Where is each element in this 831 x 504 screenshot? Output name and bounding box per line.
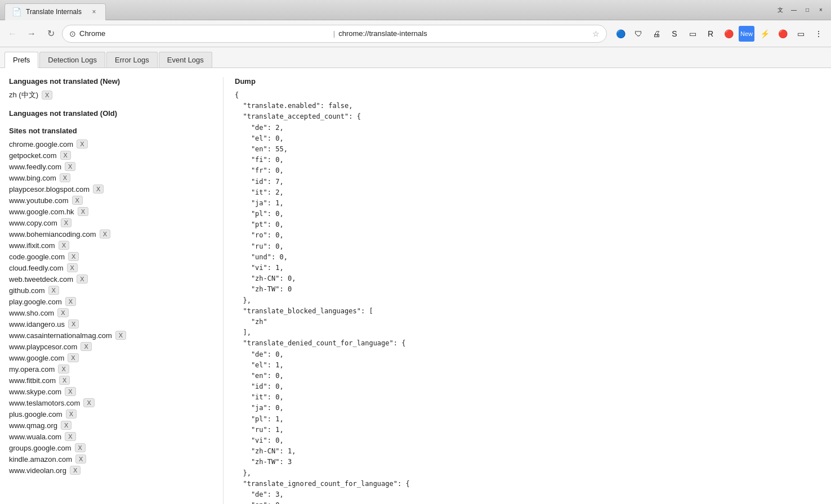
tab-event-logs[interactable]: Event Logs bbox=[159, 52, 212, 68]
extension-icon-7[interactable]: 🔴 bbox=[721, 26, 736, 42]
extension-icon-10[interactable]: 🔴 bbox=[775, 26, 790, 42]
site-name: getpocket.com bbox=[9, 151, 57, 160]
remove-site-button[interactable]: X bbox=[48, 286, 59, 295]
remove-site-button[interactable]: X bbox=[57, 308, 68, 317]
remove-site-button[interactable]: X bbox=[60, 173, 70, 182]
site-name: code.google.com bbox=[9, 253, 65, 261]
list-item: github.comX bbox=[9, 286, 212, 295]
list-item: www.bing.comX bbox=[9, 173, 212, 182]
lang-text-zh: zh (中文) bbox=[9, 90, 38, 100]
list-item: getpocket.comX bbox=[9, 151, 212, 160]
remove-site-button[interactable]: X bbox=[68, 320, 79, 328]
lang-item-zh: zh (中文) X bbox=[9, 90, 212, 100]
address-prefix: Chrome bbox=[79, 29, 330, 38]
refresh-button[interactable]: ↻ bbox=[43, 26, 59, 42]
remove-site-button[interactable]: X bbox=[70, 466, 81, 475]
site-name: plus.google.com bbox=[9, 410, 62, 418]
address-separator: | bbox=[333, 29, 335, 38]
address-url: chrome://translate-internals bbox=[338, 29, 589, 38]
extension-icon-3[interactable]: 🖨 bbox=[649, 26, 664, 42]
section-old-languages-title: Languages not translated (Old) bbox=[9, 109, 212, 118]
tab-detection-logs[interactable]: Detection Logs bbox=[39, 52, 105, 68]
bookmark-icon[interactable]: ☆ bbox=[592, 29, 600, 38]
menu-button[interactable]: ⋮ bbox=[811, 26, 826, 42]
site-name: www.google.com bbox=[9, 354, 64, 362]
site-name: www.playpcesor.com bbox=[9, 343, 77, 351]
list-item: www.casainternationalmag.comX bbox=[9, 331, 212, 340]
extension-icon-1[interactable]: 🔵 bbox=[613, 26, 628, 42]
tab-error-logs[interactable]: Error Logs bbox=[106, 52, 158, 68]
list-item: cloud.feedly.comX bbox=[9, 263, 212, 272]
site-name: www.bohemiancoding.com bbox=[9, 230, 96, 238]
tab-close-button[interactable]: × bbox=[90, 7, 99, 16]
remove-site-button[interactable]: X bbox=[65, 297, 76, 306]
site-name: kindle.amazon.com bbox=[9, 455, 72, 464]
remove-site-button[interactable]: X bbox=[59, 376, 70, 385]
extension-icon-2[interactable]: 🛡 bbox=[631, 26, 646, 42]
tab-prefs[interactable]: Prefs bbox=[5, 52, 38, 68]
extension-icon-8[interactable]: New bbox=[739, 26, 754, 42]
main-layout: Languages not translated (New) zh (中文) X… bbox=[0, 68, 831, 504]
remove-site-button[interactable]: X bbox=[60, 151, 71, 160]
page-content: Prefs Detection Logs Error Logs Event Lo… bbox=[0, 47, 831, 504]
chinese-icon[interactable]: 文 bbox=[775, 4, 786, 16]
remove-site-button[interactable]: X bbox=[65, 432, 75, 441]
remove-site-button[interactable]: X bbox=[78, 207, 88, 216]
remove-site-button[interactable]: X bbox=[77, 274, 87, 284]
list-item: www.skype.comX bbox=[9, 387, 212, 396]
remove-lang-zh-button[interactable]: X bbox=[42, 91, 52, 100]
remove-site-button[interactable]: X bbox=[75, 443, 86, 452]
remove-site-button[interactable]: X bbox=[115, 331, 126, 340]
extension-icon-5[interactable]: ▭ bbox=[685, 26, 700, 42]
site-name: play.google.com bbox=[9, 298, 62, 306]
list-item: www.bohemiancoding.comX bbox=[9, 230, 212, 238]
tab-favicon-icon: 📄 bbox=[12, 7, 21, 16]
remove-site-button[interactable]: X bbox=[66, 410, 77, 418]
list-item: www.sho.comX bbox=[9, 308, 212, 317]
remove-site-button[interactable]: X bbox=[58, 364, 69, 374]
remove-site-button[interactable]: X bbox=[75, 454, 86, 464]
remove-site-button[interactable]: X bbox=[77, 140, 87, 148]
remove-site-button[interactable]: X bbox=[61, 421, 72, 430]
remove-site-button[interactable]: X bbox=[100, 230, 110, 238]
list-item: my.opera.comX bbox=[9, 364, 212, 374]
extension-icon-6[interactable]: R bbox=[703, 26, 718, 42]
remove-site-button[interactable]: X bbox=[61, 218, 72, 227]
extension-icon-9[interactable]: ⚡ bbox=[757, 26, 772, 42]
forward-button[interactable]: → bbox=[24, 26, 39, 42]
close-button[interactable]: × bbox=[815, 4, 826, 16]
remove-site-button[interactable]: X bbox=[83, 398, 94, 407]
remove-site-button[interactable]: X bbox=[68, 252, 79, 261]
remove-site-button[interactable]: X bbox=[65, 162, 75, 171]
remove-site-button[interactable]: X bbox=[93, 184, 104, 194]
site-name: www.bing.com bbox=[9, 174, 56, 182]
extension-icon-4[interactable]: S bbox=[667, 26, 682, 42]
list-item: www.videolan.orgX bbox=[9, 466, 212, 475]
site-name: www.copy.com bbox=[9, 219, 57, 227]
site-name: github.com bbox=[9, 286, 45, 295]
titlebar: 📄 Translate Internals × 文 — □ × bbox=[0, 0, 831, 20]
minimize-button[interactable]: — bbox=[788, 4, 799, 16]
remove-site-button[interactable]: X bbox=[81, 342, 91, 351]
back-button[interactable]: ← bbox=[5, 26, 20, 42]
list-item: www.google.com.hkX bbox=[9, 207, 212, 216]
remove-site-button[interactable]: X bbox=[59, 241, 69, 250]
site-name: www.teslamotors.com bbox=[9, 399, 80, 407]
list-item: www.copy.comX bbox=[9, 218, 212, 227]
remove-site-button[interactable]: X bbox=[72, 196, 83, 205]
remove-site-button[interactable]: X bbox=[65, 387, 75, 396]
list-item: kindle.amazon.comX bbox=[9, 454, 212, 464]
address-bar[interactable]: ⊙ Chrome | chrome://translate-internals … bbox=[62, 25, 607, 43]
site-name: www.idangero.us bbox=[9, 320, 65, 328]
remove-site-button[interactable]: X bbox=[68, 353, 78, 362]
maximize-button[interactable]: □ bbox=[802, 4, 813, 16]
browser-tab[interactable]: 📄 Translate Internals × bbox=[5, 3, 106, 20]
extension-icon-11[interactable]: ▭ bbox=[793, 26, 808, 42]
list-item: www.feedly.comX bbox=[9, 162, 212, 171]
remove-site-button[interactable]: X bbox=[67, 263, 78, 272]
site-name: www.feedly.com bbox=[9, 163, 61, 171]
list-item: www.playpcesor.comX bbox=[9, 342, 212, 351]
list-item: playpcesor.blogspot.comX bbox=[9, 184, 212, 194]
section-sites-title: Sites not translated bbox=[9, 127, 212, 135]
right-panel: Dump { "translate.enabled": false, "tran… bbox=[223, 77, 822, 504]
